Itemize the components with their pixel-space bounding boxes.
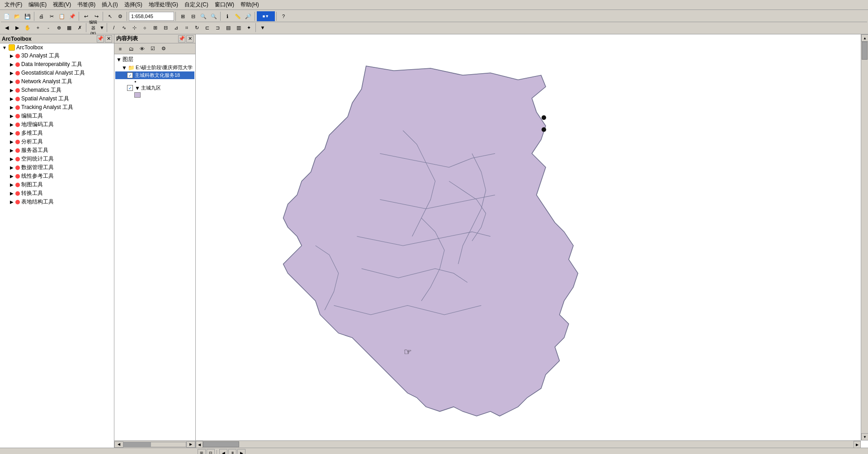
- tb-sketch11[interactable]: ⊐: [213, 23, 223, 33]
- toolbox-item-schema[interactable]: ▶ Schematics 工具: [0, 86, 114, 95]
- tb-identify[interactable]: ℹ: [222, 11, 232, 21]
- toolbox-item-data[interactable]: ▶ Data Interoperability 工具: [0, 60, 114, 69]
- tb-zoom-layer[interactable]: ⊟: [188, 11, 198, 21]
- toolbox-item-geo[interactable]: ▶ Geostatistical Analyst 工具: [0, 69, 114, 77]
- tb-print[interactable]: 🖨: [36, 11, 46, 21]
- menu-customize[interactable]: 自定义(C): [182, 0, 211, 9]
- tb-find[interactable]: 🔎: [243, 11, 253, 21]
- tb-sketch10[interactable]: ⊏: [203, 23, 212, 33]
- item-expand-datamgmt[interactable]: ▶: [8, 164, 15, 171]
- toolbox-item-convert[interactable]: ▶ 转换工具: [0, 189, 114, 198]
- toolbox-item-3d[interactable]: ▶ 3D Analyst 工具: [0, 52, 114, 60]
- layer1-item[interactable]: 主城科教文化服务18: [115, 71, 194, 79]
- toolbox-root[interactable]: ▼ ArcToolbox: [0, 43, 114, 52]
- item-expand-data[interactable]: ▶: [8, 61, 15, 68]
- menu-file[interactable]: 文件(F): [2, 0, 25, 9]
- tb-zoom-in2[interactable]: +: [33, 23, 43, 33]
- ct-btn-sel[interactable]: ☑: [148, 44, 158, 54]
- tb-sketch2[interactable]: ∿: [119, 23, 129, 33]
- ct-btn-source[interactable]: 🗂: [126, 44, 136, 54]
- item-expand-spatial[interactable]: ▶: [8, 95, 15, 103]
- toolbox-item-table[interactable]: ▶ 表地结构工具: [0, 198, 114, 206]
- scroll-up-arrow[interactable]: ▲: [861, 34, 868, 42]
- item-expand-edit[interactable]: ▶: [8, 113, 15, 120]
- root-expand-icon[interactable]: ▼: [1, 44, 8, 51]
- nav-fwd[interactable]: ▶: [237, 449, 245, 454]
- map-scrollbar-v[interactable]: ▲ ▼: [861, 34, 868, 440]
- toolbox-item-network[interactable]: ▶ Network Analyst 工具: [0, 77, 114, 86]
- scroll-left-arrow[interactable]: ◀: [196, 441, 203, 448]
- tb-select-features[interactable]: ▦: [64, 23, 74, 33]
- toolbox-item-tracking[interactable]: ▶ Tracking Analyst 工具: [0, 103, 114, 112]
- nav-page-layout[interactable]: ⊞: [198, 449, 206, 454]
- tb-save[interactable]: 💾: [23, 11, 33, 21]
- toolbox-item-geocode[interactable]: ▶ 地理编码工具: [0, 120, 114, 129]
- tb-pan[interactable]: ✋: [23, 23, 33, 33]
- layer2-checkbox[interactable]: [127, 85, 133, 91]
- content-pin[interactable]: 📌: [178, 35, 185, 43]
- toolbox-item-carto[interactable]: ▶ 制图工具: [0, 180, 114, 189]
- content-scrollbar-h[interactable]: ◀ ▶: [114, 440, 195, 448]
- scroll-down-arrow[interactable]: ▼: [861, 433, 868, 440]
- tb-arcmap-help[interactable]: ?: [278, 11, 288, 21]
- item-expand-geocode[interactable]: ▶: [8, 121, 15, 128]
- item-expand-schema[interactable]: ▶: [8, 87, 15, 94]
- tb-clear-sel[interactable]: ✗: [75, 23, 85, 33]
- menu-geoprocessing[interactable]: 地理处理(G): [146, 0, 181, 9]
- tb-more[interactable]: ▼: [258, 23, 268, 33]
- menu-insert[interactable]: 插入(I): [99, 0, 120, 9]
- tb-sketch1[interactable]: /: [109, 23, 119, 33]
- layer1-checkbox[interactable]: [127, 72, 133, 78]
- menu-select[interactable]: 选择(S): [122, 0, 145, 9]
- toolbox-item-spatial[interactable]: ▶ Spatial Analyst 工具: [0, 95, 114, 103]
- menu-edit[interactable]: 编辑(E): [26, 0, 49, 9]
- tb-sketch7[interactable]: ⊿: [171, 23, 181, 33]
- tb-sketch3[interactable]: ⊹: [130, 23, 140, 33]
- item-expand-network[interactable]: ▶: [8, 78, 15, 85]
- tb-edit-r[interactable]: 编辑器(R): [88, 23, 98, 33]
- arctoolbox-close[interactable]: ✕: [105, 35, 112, 43]
- tb-nav2[interactable]: ▶: [12, 23, 22, 33]
- menu-view[interactable]: 视图(V): [50, 0, 74, 9]
- toolbox-item-analysis[interactable]: ▶ 分析工具: [0, 137, 114, 146]
- tb-paste[interactable]: 📌: [67, 11, 77, 21]
- tb-measure[interactable]: 📏: [233, 11, 243, 21]
- content-close[interactable]: ✕: [186, 35, 193, 43]
- tb-open[interactable]: 📂: [12, 11, 22, 21]
- layers-root[interactable]: ▼ 图层: [115, 55, 194, 64]
- toolbox-item-server[interactable]: ▶ 服务器工具: [0, 146, 114, 155]
- ct-btn-list[interactable]: ≡: [115, 44, 125, 54]
- tb-tools[interactable]: ⚙: [115, 11, 125, 21]
- tb-sketch8[interactable]: ⌗: [182, 23, 192, 33]
- item-expand-multidim[interactable]: ▶: [8, 130, 15, 137]
- tb-zoom-out2[interactable]: -: [43, 23, 53, 33]
- layer2-item[interactable]: ▼ 主城九区: [115, 84, 194, 92]
- menu-bookmark[interactable]: 书签(B): [75, 0, 98, 9]
- map-scrollbar-h[interactable]: ◀ ▶: [196, 440, 861, 448]
- toolbox-item-datamgmt[interactable]: ▶ 数据管理工具: [0, 163, 114, 172]
- scroll-right-arrow[interactable]: ▶: [854, 441, 861, 448]
- tb-sketch12[interactable]: ▤: [223, 23, 233, 33]
- tb-color[interactable]: ■▼: [257, 11, 275, 21]
- ct-btn-vis[interactable]: 👁: [137, 44, 147, 54]
- menu-help[interactable]: 帮助(H): [238, 0, 262, 9]
- tb-new[interactable]: 📄: [2, 11, 12, 21]
- item-expand-geo[interactable]: ▶: [8, 70, 15, 77]
- tb-snap[interactable]: ✦: [244, 23, 254, 33]
- tb-sketch9[interactable]: ↻: [192, 23, 202, 33]
- tb-sketch5[interactable]: ⊞: [151, 23, 160, 33]
- nav-back[interactable]: ◀: [219, 449, 227, 454]
- tb-zoom-in[interactable]: 🔍: [198, 11, 208, 21]
- menu-window[interactable]: 窗口(W): [212, 0, 237, 9]
- tb-sketch6[interactable]: ⊟: [161, 23, 171, 33]
- toolbox-item-linear[interactable]: ▶ 线性参考工具: [0, 172, 114, 180]
- item-expand-server[interactable]: ▶: [8, 147, 15, 154]
- arctoolbox-pin[interactable]: 📌: [97, 35, 104, 43]
- item-expand-tracking[interactable]: ▶: [8, 104, 15, 111]
- item-expand-3d[interactable]: ▶: [8, 52, 15, 60]
- tb-zoom-out[interactable]: 🔍: [209, 11, 219, 21]
- folder-item[interactable]: ▼ 📁 E:\硕士阶段\重庆师范大学: [115, 64, 194, 71]
- item-expand-carto[interactable]: ▶: [8, 181, 15, 189]
- item-expand-analysis[interactable]: ▶: [8, 138, 15, 146]
- scroll-right-btn[interactable]: ▶: [186, 441, 195, 448]
